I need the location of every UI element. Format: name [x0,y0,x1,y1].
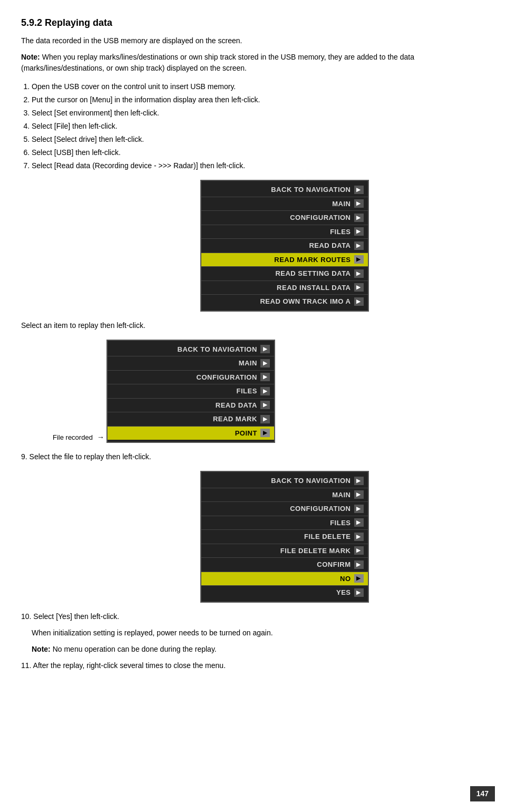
menu-row-arrow-icon: ▶ [354,255,364,264]
menu-row-label: MAIN [332,490,351,500]
menu-row-label: BACK TO NAVIGATION [271,476,351,486]
step-7: Select [Read data (Recording device - >>… [32,160,495,171]
step-1: Open the USB cover on the control unit t… [32,81,495,92]
menu-row-arrow-icon: ▶ [354,241,364,250]
menu-row-label: READ MARK ROUTES [274,255,351,265]
menu-row: READ DATA▶ [108,399,274,413]
step8-text: Select an item to replay then left-click… [21,320,495,331]
menu-row: BACK TO NAVIGATION▶ [201,474,368,488]
menu-row-label: READ SETTING DATA [275,268,351,279]
menu-row: BACK TO NAVIGATION▶ [201,183,368,197]
menu-row-label: CONFIRM [317,559,351,570]
menu-row-arrow-icon: ▶ [354,227,364,236]
menu-row-arrow-icon: ▶ [260,415,270,423]
menu-row-arrow-icon: ▶ [354,490,364,499]
menu-row: YES▶ [201,586,368,600]
menu-row: READ MARK ROUTES▶ [201,253,368,267]
menu3-box: BACK TO NAVIGATION▶MAIN▶CONFIGURATION▶FI… [200,471,369,603]
menu-row-label: FILE DELETE MARK [280,546,351,556]
menu-row-label: BACK TO NAVIGATION [271,185,351,195]
menu-row-label: BACK TO NAVIGATION [178,344,257,355]
menu-row-arrow-icon: ▶ [354,518,364,527]
step-5: Select [Select drive] then left-click. [32,134,495,145]
note1-label: Note: [21,53,40,61]
menu-row-label: FILES [237,386,257,397]
menu-row-label: READ INSTALL DATA [277,283,351,293]
menu-row: BACK TO NAVIGATION▶ [108,343,274,357]
note-block-1: Note: When you replay marks/lines/destin… [21,52,495,74]
step-4: Select [File] then left-click. [32,121,495,132]
menu-row-label: CONFIGURATION [197,372,257,383]
step11-text: 11. After the replay, right-click severa… [21,660,495,671]
menu-row: FILES▶ [201,516,368,530]
menu-row: MAIN▶ [108,356,274,371]
menu-row-arrow-icon: ▶ [354,533,364,541]
menu-row: CONFIGURATION▶ [201,502,368,516]
step10-note-text: No menu operation can be done during the… [51,645,217,653]
menu-row-label: POINT [235,428,257,439]
note1-text: When you replay marks/lines/destinations… [21,53,414,72]
menu-row-arrow-icon: ▶ [354,186,364,194]
menu-row-arrow-icon: ▶ [260,373,270,381]
step9-text: 9. Select the file to replay then left-c… [21,451,495,462]
menu2-area: File recorded → BACK TO NAVIGATION▶MAIN▶… [53,340,495,443]
step10-sub: When initialization setting is replayed,… [32,627,495,655]
menu-row-label: MAIN [239,358,257,369]
menu-row-label: FILES [330,227,351,237]
menu-row-label: FILE DELETE [304,531,351,542]
menu-row: READ SETTING DATA▶ [201,267,368,281]
menu-row-label: MAIN [332,199,351,209]
intro-text: The data recorded in the USB memory are … [21,35,495,46]
menu-row: CONFIGURATION▶ [108,371,274,385]
menu-row-label: NO [340,574,351,584]
menu-row-label: FILES [330,518,351,528]
menu-row: MAIN▶ [201,197,368,211]
menu-row-arrow-icon: ▶ [354,297,364,306]
menu-row-arrow-icon: ▶ [354,505,364,513]
menu-row-label: READ DATA [309,240,351,251]
menu-row-arrow-icon: ▶ [354,477,364,485]
menu1-box: BACK TO NAVIGATION▶MAIN▶CONFIGURATION▶FI… [200,180,369,312]
menu-row: FILES▶ [201,225,368,239]
menu-row: CONFIRM▶ [201,558,368,572]
menu-row-label: YES [336,587,351,598]
menu-row-label: READ MARK [213,414,257,424]
page-number: 147 [470,786,495,801]
menu-row: FILE DELETE▶ [201,530,368,544]
menu2-box: BACK TO NAVIGATION▶MAIN▶CONFIGURATION▶FI… [106,340,275,443]
menu-row-arrow-icon: ▶ [354,269,364,278]
menu-row-arrow-icon: ▶ [260,429,270,437]
menu-row: READ INSTALL DATA▶ [201,281,368,295]
menu-row-arrow-icon: ▶ [354,560,364,569]
menu-row: READ MARK▶ [108,412,274,427]
menu-row-arrow-icon: ▶ [260,387,270,395]
steps-list: Open the USB cover on the control unit t… [32,81,495,171]
menu-row-arrow-icon: ▶ [354,546,364,555]
menu-row-label: READ DATA [216,400,257,411]
menu-row-label: CONFIGURATION [290,504,351,514]
step10-text: 10. Select [Yes] then left-click. [21,611,495,622]
menu-row-arrow-icon: ▶ [260,345,270,353]
page-title: 5.9.2 Replaying data [21,16,495,30]
step10-note-label: Note: [32,645,51,653]
arrow-right-icon: → [97,432,104,443]
menu-row: READ OWN TRACK IMO A▶ [201,295,368,308]
menu-row-arrow-icon: ▶ [354,283,364,292]
menu-row-arrow-icon: ▶ [354,588,364,597]
menu-row-arrow-icon: ▶ [354,214,364,222]
menu-row-label: READ OWN TRACK IMO A [260,296,351,307]
menu-row: READ DATA▶ [201,239,368,253]
file-recorded-label: File recorded [53,432,93,443]
step10-sub1: When initialization setting is replayed,… [32,627,495,639]
menu-row-arrow-icon: ▶ [260,401,270,409]
menu-row-arrow-icon: ▶ [260,359,270,368]
menu-row-label: CONFIGURATION [290,212,351,223]
menu1-container: BACK TO NAVIGATION▶MAIN▶CONFIGURATION▶FI… [74,180,495,312]
menu-row-arrow-icon: ▶ [354,199,364,208]
menu3-container: BACK TO NAVIGATION▶MAIN▶CONFIGURATION▶FI… [74,471,495,603]
step-3: Select [Set environment] then left-click… [32,108,495,119]
menu-row: POINT▶ [108,427,274,440]
step-2: Put the cursor on [Menu] in the informat… [32,94,495,105]
step-6: Select [USB] then left-click. [32,147,495,158]
menu-row: NO▶ [201,572,368,586]
